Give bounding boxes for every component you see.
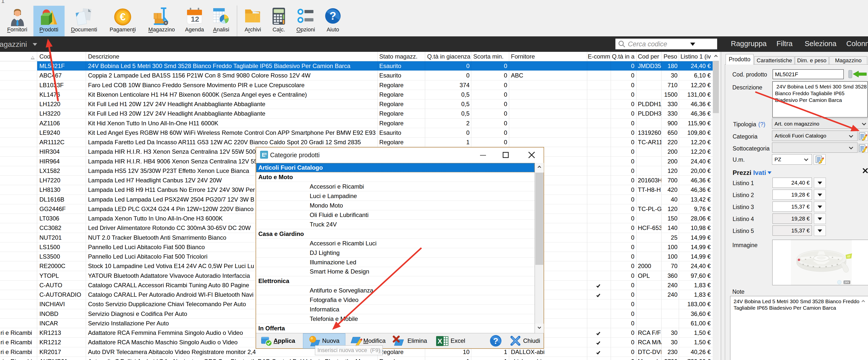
svg-text:24V: 24V <box>844 281 849 284</box>
svg-text:12: 12 <box>191 15 199 23</box>
svg-text:X: X <box>438 337 442 345</box>
svg-text:€: € <box>120 11 125 23</box>
svg-text:?: ? <box>330 10 336 22</box>
svg-text:±: ± <box>265 152 267 156</box>
svg-text:?: ? <box>493 336 498 346</box>
